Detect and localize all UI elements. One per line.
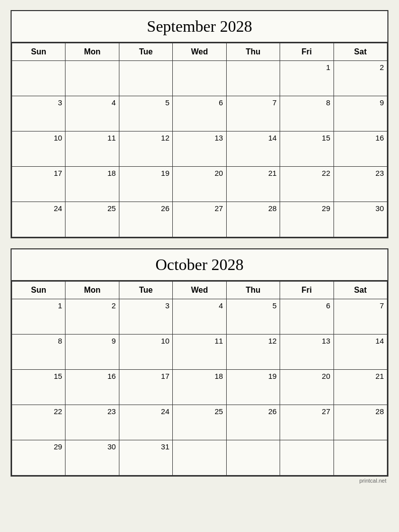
list-item: 11 [65,131,119,167]
list-item: 25 [173,405,226,440]
september-header-row: Sun Mon Tue Wed Thu Fri Sat [12,43,387,61]
list-item [173,61,226,96]
list-item: 24 [12,202,65,237]
list-item: 12 [226,335,280,370]
list-item: 30 [334,202,387,237]
list-item [334,440,387,476]
list-item [226,440,280,476]
list-item [65,61,119,96]
list-item: 16 [65,370,119,405]
list-item: 7 [226,96,280,131]
list-item: 12 [119,131,172,167]
table-row: 891011121314 [12,335,387,370]
list-item: 13 [173,131,226,167]
table-row: 3456789 [12,96,387,131]
oct-col-sat: Sat [334,282,387,299]
table-row: 15161718192021 [12,370,387,405]
october-header-row: Sun Mon Tue Wed Thu Fri Sat [12,282,387,299]
september-grid: Sun Mon Tue Wed Thu Fri Sat 123456789101… [12,43,387,237]
list-item: 10 [12,131,65,167]
list-item: 26 [226,405,280,440]
oct-col-fri: Fri [280,282,334,299]
table-row: 12 [12,61,387,96]
october-grid: Sun Mon Tue Wed Thu Fri Sat 123456789101… [12,281,387,476]
table-row: 17181920212223 [12,167,387,202]
oct-col-tue: Tue [119,282,172,299]
sep-col-thu: Thu [226,43,280,61]
sep-col-fri: Fri [280,43,334,61]
list-item: 20 [173,167,226,202]
list-item: 22 [12,405,65,440]
list-item: 28 [226,202,280,237]
list-item: 3 [12,96,65,131]
sep-col-wed: Wed [173,43,226,61]
list-item: 23 [65,405,119,440]
list-item: 20 [280,370,334,405]
list-item: 9 [334,96,387,131]
list-item: 17 [12,167,65,202]
list-item: 27 [280,405,334,440]
list-item: 1 [12,299,65,335]
table-row: 24252627282930 [12,202,387,237]
list-item: 22 [280,167,334,202]
list-item: 18 [173,370,226,405]
list-item: 26 [119,202,172,237]
september-title: September 2028 [12,11,387,43]
table-row: 10111213141516 [12,131,387,167]
table-row: 1234567 [12,299,387,335]
sep-col-sun: Sun [12,43,65,61]
list-item: 21 [226,167,280,202]
list-item: 25 [65,202,119,237]
oct-col-sun: Sun [12,282,65,299]
table-row: 22232425262728 [12,405,387,440]
list-item: 27 [173,202,226,237]
list-item: 10 [119,335,172,370]
list-item: 1 [280,61,334,96]
list-item: 15 [12,370,65,405]
list-item [226,61,280,96]
list-item: 19 [226,370,280,405]
list-item: 24 [119,405,172,440]
list-item: 29 [12,440,65,476]
list-item: 29 [280,202,334,237]
list-item: 18 [65,167,119,202]
list-item: 2 [334,61,387,96]
list-item: 14 [334,335,387,370]
table-row: 293031 [12,440,387,476]
list-item: 17 [119,370,172,405]
list-item: 6 [280,299,334,335]
oct-col-thu: Thu [226,282,280,299]
october-calendar: October 2028 Sun Mon Tue Wed Thu Fri Sat… [11,248,388,477]
list-item: 28 [334,405,387,440]
list-item: 13 [280,335,334,370]
list-item: 4 [173,299,226,335]
list-item: 11 [173,335,226,370]
list-item: 4 [65,96,119,131]
list-item: 30 [65,440,119,476]
list-item: 15 [280,131,334,167]
october-title: October 2028 [12,249,387,281]
list-item: 16 [334,131,387,167]
sep-col-tue: Tue [119,43,172,61]
list-item: 8 [280,96,334,131]
list-item [119,61,172,96]
list-item: 19 [119,167,172,202]
list-item: 6 [173,96,226,131]
list-item: 9 [65,335,119,370]
list-item: 31 [119,440,172,476]
sep-col-mon: Mon [65,43,119,61]
list-item [173,440,226,476]
oct-col-mon: Mon [65,282,119,299]
list-item: 7 [334,299,387,335]
list-item: 5 [226,299,280,335]
sep-col-sat: Sat [334,43,387,61]
list-item: 5 [119,96,172,131]
list-item: 21 [334,370,387,405]
list-item: 3 [119,299,172,335]
list-item: 14 [226,131,280,167]
list-item [12,61,65,96]
list-item: 8 [12,335,65,370]
list-item [280,440,334,476]
september-calendar: September 2028 Sun Mon Tue Wed Thu Fri S… [11,10,388,238]
list-item: 2 [65,299,119,335]
